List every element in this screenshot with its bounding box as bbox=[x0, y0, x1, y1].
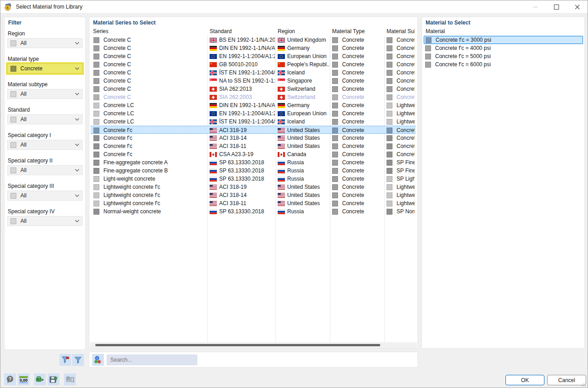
color-swatch bbox=[387, 103, 392, 108]
color-swatch bbox=[332, 192, 338, 198]
series-name: Concrete f'c bbox=[103, 143, 132, 149]
filter-actions bbox=[59, 354, 84, 366]
minimize-button[interactable] bbox=[525, 0, 546, 13]
column-header-material-type[interactable]: Material Type bbox=[332, 27, 386, 35]
material-type: Concrete bbox=[342, 159, 364, 166]
filter-special-category-iii-dropdown[interactable]: All bbox=[7, 191, 83, 201]
region-name: United States bbox=[287, 200, 320, 206]
column-header-material-subt[interactable]: Material Subt bbox=[387, 27, 415, 35]
filter-special-category-i-dropdown[interactable]: All bbox=[7, 140, 83, 150]
series-row[interactable]: Concrete f'c CSA A23.3-19 Canada Concret… bbox=[91, 150, 416, 158]
funnel-clear-icon bbox=[62, 356, 69, 363]
color-swatch bbox=[425, 62, 431, 68]
filter-material-subtype-dropdown[interactable]: All bbox=[7, 89, 83, 99]
flag-eu-icon bbox=[210, 54, 217, 59]
color-swatch bbox=[332, 168, 338, 174]
flag-us-icon bbox=[210, 193, 217, 198]
series-row[interactable]: Fine-aggregate concrete A SP 63.13330.20… bbox=[91, 158, 416, 167]
series-row[interactable]: Concrete C EN 1992-1-1:2004/A1:2... Euro… bbox=[91, 52, 416, 60]
color-swatch bbox=[93, 143, 99, 149]
flag-is-icon bbox=[210, 119, 217, 124]
material-row[interactable]: Concrete f'c = 4000 psi bbox=[424, 44, 583, 52]
series-row[interactable]: Concrete f'c ACI 318-11 United States Co… bbox=[91, 142, 416, 150]
standard-name: DIN EN 1992-1-1/NA/A... bbox=[219, 45, 275, 51]
series-row[interactable]: Concrete f'c ACI 318-19 United States Co… bbox=[91, 126, 416, 134]
scrollbar-thumb[interactable] bbox=[95, 344, 380, 346]
material-row[interactable]: Concrete f'c = 6000 psi bbox=[424, 60, 583, 69]
series-row[interactable]: Concrete C SIA 262:2003 Switzerland Conc… bbox=[91, 93, 416, 101]
series-panel-title: Material Series to Select bbox=[93, 20, 156, 26]
material-type: Concrete bbox=[342, 53, 364, 59]
series-row[interactable]: Lightweight concrete f'c ACI 318-19 Unit… bbox=[91, 183, 416, 191]
material-subtype: Concrete bbox=[397, 127, 415, 133]
standard-name: ACI 318-14 bbox=[219, 192, 247, 198]
horizontal-scrollbar[interactable] bbox=[90, 342, 417, 348]
series-row[interactable]: Normal-weight concrete SP 63.13330.2018 … bbox=[91, 207, 416, 216]
resize-grip[interactable] bbox=[582, 382, 586, 386]
region-name: United States bbox=[287, 135, 320, 141]
material-type: Concrete bbox=[342, 184, 364, 190]
series-row[interactable]: Concrete C GB 50010-2010 People's Republ… bbox=[91, 60, 416, 69]
series-row[interactable]: Concrete C BS EN 1992-1-1/NA:20... Unite… bbox=[91, 36, 416, 44]
ok-button[interactable]: OK bbox=[505, 375, 544, 385]
units-button[interactable]: 0,00 bbox=[18, 373, 29, 385]
clear-filter-button[interactable] bbox=[59, 354, 71, 366]
cancel-button[interactable]: Cancel bbox=[547, 375, 586, 385]
region-name: Switzerland bbox=[287, 86, 315, 92]
series-row[interactable]: Fine-aggregate concrete B SP 63.13330.20… bbox=[91, 167, 416, 175]
color-swatch bbox=[387, 135, 392, 141]
flag-eu-icon bbox=[210, 111, 217, 116]
copy-entry-button[interactable] bbox=[64, 373, 76, 385]
filter-standard-dropdown[interactable]: All bbox=[7, 114, 83, 124]
color-swatch bbox=[10, 167, 16, 173]
series-name: Normal-weight concrete bbox=[103, 208, 161, 215]
series-row[interactable]: Lightweight concrete f'c ACI 318-11 Unit… bbox=[91, 199, 416, 207]
series-row[interactable]: Light-weight concrete SP 63.13330.2018 R… bbox=[91, 175, 416, 183]
series-row[interactable]: Concrete LC EN 1992-1-1:2004/A1:2... Eur… bbox=[91, 109, 416, 118]
series-row[interactable]: Concrete LC ÍST EN 1992-1-1:2004/... Ice… bbox=[91, 118, 416, 126]
color-swatch bbox=[387, 70, 392, 76]
series-row[interactable]: Concrete LC DIN EN 1992-1-1/NA/A... Germ… bbox=[91, 101, 416, 109]
series-row[interactable]: Concrete C NA to SS EN 1992-1-1:... Sing… bbox=[91, 77, 416, 85]
material-name: Concrete f'c = 5000 psi bbox=[435, 53, 491, 59]
column-header-region[interactable]: Region bbox=[278, 27, 331, 35]
color-swatch bbox=[387, 86, 392, 92]
color-swatch bbox=[332, 86, 338, 92]
filter-region-dropdown[interactable]: All bbox=[7, 38, 83, 48]
close-button[interactable] bbox=[567, 0, 588, 13]
color-swatch bbox=[93, 184, 99, 190]
info-button[interactable]: i bbox=[92, 354, 104, 366]
help-button[interactable]: ? bbox=[4, 373, 16, 385]
flag-de-icon bbox=[210, 46, 217, 51]
series-row[interactable]: Concrete C DIN EN 1992-1-1/NA/A... Germa… bbox=[91, 44, 416, 52]
standard-name: EN 1992-1-1:2004/A1:2... bbox=[219, 110, 275, 117]
material-subtype: Concrete bbox=[397, 61, 415, 68]
decimal-ruler-icon: 0,00 bbox=[20, 376, 28, 383]
series-row[interactable]: Lightweight concrete f'c ACI 318-14 Unit… bbox=[91, 191, 416, 199]
series-row[interactable]: Concrete f'c ACI 318-14 United States Co… bbox=[91, 134, 416, 142]
material-row[interactable]: Concrete f'c = 3000 psi bbox=[424, 36, 583, 44]
material-row[interactable]: Concrete f'c = 5000 psi bbox=[424, 52, 583, 60]
save-to-library-button[interactable] bbox=[48, 373, 59, 385]
maximize-button[interactable] bbox=[546, 0, 567, 13]
search-input[interactable] bbox=[107, 354, 197, 365]
column-header-standard[interactable]: Standard bbox=[210, 27, 277, 35]
flag-us-icon bbox=[210, 144, 217, 149]
color-swatch bbox=[387, 168, 392, 174]
filter-special-category-ii-dropdown[interactable]: All bbox=[7, 165, 83, 175]
standard-name: SIA 262:2013 bbox=[219, 86, 252, 92]
standard-name: CSA A23.3-19 bbox=[219, 151, 253, 157]
database-copy-icon bbox=[66, 376, 74, 383]
dropdown-value: Concrete bbox=[20, 65, 75, 72]
import-material-button[interactable] bbox=[34, 373, 46, 385]
material-subtype: Concrete bbox=[397, 53, 415, 59]
apply-filter-button[interactable] bbox=[72, 354, 84, 366]
filter-special-category-iv-dropdown[interactable]: All bbox=[7, 216, 83, 226]
select-material-dialog: 6 Select Material from Library Filter Re… bbox=[0, 0, 588, 388]
filter-material-type-dropdown[interactable]: Concrete bbox=[7, 64, 83, 74]
series-row[interactable]: Concrete C SIA 262:2013 Switzerland Conc… bbox=[91, 85, 416, 93]
material-subtype: Lightweig bbox=[397, 110, 415, 117]
column-header-series[interactable]: Series bbox=[93, 27, 206, 35]
color-swatch bbox=[93, 135, 99, 141]
series-row[interactable]: Concrete C ÍST EN 1992-1-1:2004/... Icel… bbox=[91, 69, 416, 77]
